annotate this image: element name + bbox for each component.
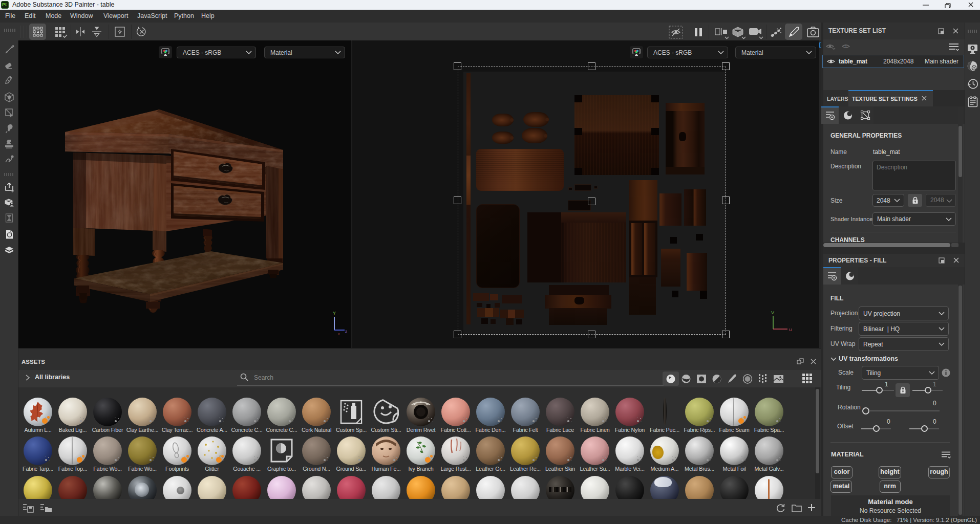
svg-text:V: V bbox=[771, 310, 774, 315]
svg-text:1: 1 bbox=[845, 44, 847, 49]
svg-text:U: U bbox=[789, 328, 792, 332]
